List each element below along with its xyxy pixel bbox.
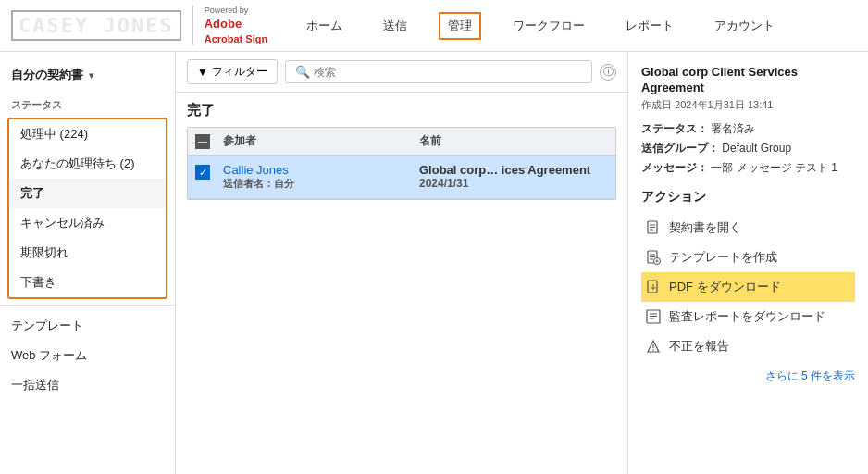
my-contracts-label: 自分の契約書: [11, 67, 83, 83]
main-body: 完了 参加者 名前 Callie Jones: [176, 93, 627, 474]
row-checkbox-col: [195, 163, 216, 180]
logo: CASEY JONES: [11, 10, 181, 41]
action-download-pdf[interactable]: PDF をダウンロード: [641, 272, 855, 302]
header-checkbox-col: [195, 134, 216, 149]
section-title: 完了: [187, 102, 616, 119]
action-report-fraud[interactable]: 不正を報告: [641, 331, 855, 361]
main-nav: ホーム 送信 管理 ワークフロー レポート アカウント: [279, 0, 802, 51]
sidebar-divider: [0, 305, 175, 306]
filter-label: フィルター: [212, 64, 267, 80]
col-header-participant: 参加者: [223, 133, 412, 149]
download-audit-icon: [645, 308, 662, 325]
report-fraud-icon: [645, 338, 662, 355]
brand-name-line2: Acrobat Sign: [205, 32, 267, 45]
sidebar-header: 自分の契約書 ▾: [0, 61, 175, 93]
right-panel: Global corp Client Services Agreement 作成…: [627, 52, 868, 474]
main-toolbar: ▼ フィルター 🔍 ⓘ: [176, 52, 627, 93]
filter-icon: ▼: [197, 66, 208, 79]
logo-area: CASEY JONES Powered by Adobe Acrobat Sig…: [0, 6, 279, 45]
sidebar-item-bulk-send[interactable]: 一括送信: [0, 370, 175, 400]
agreement-date: 2024/1/31: [419, 177, 608, 190]
actions-title: アクション: [641, 189, 855, 206]
info-icon[interactable]: ⓘ: [600, 64, 616, 81]
sidebar-item-expired[interactable]: 期限切れ: [9, 238, 166, 268]
filter-button[interactable]: ▼ フィルター: [187, 59, 278, 84]
action-open-contract[interactable]: 契約書を開く: [641, 213, 855, 243]
sidebar-item-waiting[interactable]: あなたの処理待ち (2): [9, 149, 166, 179]
action-create-template[interactable]: テンプレートを作成: [641, 243, 855, 272]
message-value: 一部 メッセージ テスト 1: [711, 161, 837, 174]
create-template-icon: [645, 249, 662, 266]
agreement-name: Global corp… ices Agreement: [419, 163, 608, 177]
action-download-pdf-label: PDF をダウンロード: [669, 279, 781, 295]
status-label: ステータス：: [641, 122, 708, 135]
nav-item-workflow[interactable]: ワークフロー: [503, 12, 594, 40]
brand-name-line1: Adobe: [205, 17, 267, 32]
sidebar-item-processing[interactable]: 処理中 (224): [9, 119, 166, 149]
nav-item-report[interactable]: レポート: [616, 12, 683, 40]
powered-by: Powered by Adobe Acrobat Sign: [192, 6, 267, 45]
agreement-detail-title: Global corp Client Services Agreement: [641, 65, 855, 96]
select-all-checkbox[interactable]: [195, 134, 210, 149]
action-download-audit-label: 監査レポートをダウンロード: [669, 308, 825, 325]
table-row[interactable]: Callie Jones 送信者名：自分 Global corp… ices A…: [188, 156, 615, 199]
participant-meta: 送信者名：自分: [223, 177, 412, 191]
status-group: 処理中 (224) あなたの処理待ち (2) 完了 キャンセル済み 期限切れ 下…: [7, 118, 167, 299]
sidebar-item-draft[interactable]: 下書き: [9, 268, 166, 297]
group-meta: 送信グループ： Default Group: [641, 141, 855, 156]
search-box[interactable]: 🔍: [285, 60, 592, 83]
powered-label: Powered by: [205, 6, 267, 17]
name-info: Global corp… ices Agreement 2024/1/31: [419, 163, 608, 190]
group-value: Default Group: [722, 142, 791, 155]
action-download-audit[interactable]: 監査レポートをダウンロード: [641, 302, 855, 331]
search-icon: 🔍: [295, 65, 310, 79]
participant-info: Callie Jones 送信者名：自分: [223, 163, 412, 191]
download-pdf-icon: [645, 279, 662, 295]
see-more-link[interactable]: さらに 5 件を表示: [641, 368, 855, 384]
nav-item-send[interactable]: 送信: [374, 12, 416, 40]
sidebar-item-templates[interactable]: テンプレート: [0, 311, 175, 341]
status-section-label: ステータス: [0, 93, 175, 116]
nav-item-account[interactable]: アカウント: [705, 12, 784, 40]
main-content: ▼ フィルター 🔍 ⓘ 完了 参加者 名前: [176, 52, 627, 474]
created-date: 作成日 2024年1月31日 13:41: [641, 98, 855, 112]
table-header: 参加者 名前: [188, 128, 615, 156]
message-meta: メッセージ： 一部 メッセージ テスト 1: [641, 160, 855, 176]
chevron-down-icon[interactable]: ▾: [89, 70, 93, 81]
open-contract-icon: [645, 219, 662, 236]
message-label: メッセージ：: [641, 161, 708, 174]
nav-item-home[interactable]: ホーム: [297, 12, 352, 40]
action-open-contract-label: 契約書を開く: [669, 219, 741, 236]
agreements-table: 参加者 名前 Callie Jones 送信者名：自分 Global corp……: [187, 127, 616, 200]
sidebar: 自分の契約書 ▾ ステータス 処理中 (224) あなたの処理待ち (2) 完了…: [0, 52, 176, 474]
svg-point-19: [652, 349, 654, 351]
sidebar-item-cancelled[interactable]: キャンセル済み: [9, 208, 166, 238]
status-meta: ステータス： 署名済み: [641, 121, 855, 137]
action-report-fraud-label: 不正を報告: [669, 338, 729, 355]
row-checkbox[interactable]: [195, 165, 210, 180]
svg-rect-11: [648, 281, 657, 293]
action-create-template-label: テンプレートを作成: [669, 249, 777, 266]
sidebar-item-completed[interactable]: 完了: [9, 179, 166, 208]
body-layout: 自分の契約書 ▾ ステータス 処理中 (224) あなたの処理待ち (2) 完了…: [0, 52, 868, 474]
col-header-name: 名前: [419, 133, 608, 149]
header: CASEY JONES Powered by Adobe Acrobat Sig…: [0, 0, 868, 52]
participant-name: Callie Jones: [223, 163, 412, 177]
group-label: 送信グループ：: [641, 142, 719, 155]
status-value: 署名済み: [711, 122, 755, 135]
nav-item-manage[interactable]: 管理: [439, 12, 481, 40]
sidebar-item-web-forms[interactable]: Web フォーム: [0, 341, 175, 370]
search-input[interactable]: [314, 66, 582, 79]
